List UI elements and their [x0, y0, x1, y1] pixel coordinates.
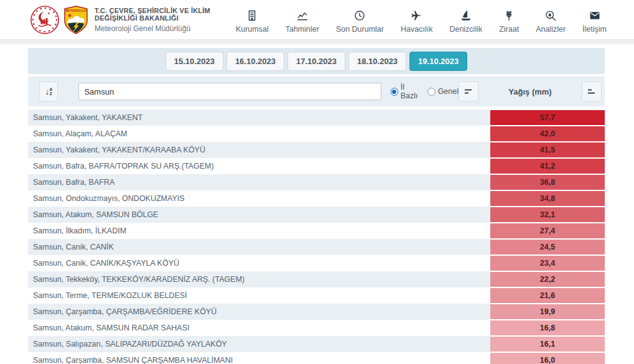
- station-name-cell: Samsun, Bafra, BAFRA: [28, 174, 490, 190]
- nav-item-analizler[interactable]: Analizler: [536, 9, 566, 34]
- precipitation-value: 16,8: [490, 320, 605, 335]
- date-tab-19.10.2023[interactable]: 19.10.2023: [409, 52, 467, 71]
- nav-item-label: Analizler: [536, 25, 566, 34]
- precipitation-value-cell: 42,0: [490, 126, 605, 142]
- agency-subtitle: Meteoroloji Genel Müdürlüğü: [95, 24, 236, 33]
- precipitation-value-cell: 27,4: [490, 223, 605, 239]
- precipitation-value: 21,6: [490, 288, 605, 303]
- precipitation-value-cell: 23,4: [490, 255, 605, 271]
- station-name-cell: Samsun, Ondokuzmayıs, ONDOKUZMAYIS: [28, 190, 490, 207]
- nav-item-havacılık[interactable]: Havacılık: [401, 9, 432, 34]
- station-name-cell: Samsun, Bafra, BAFRA/TOPRAK SU ARŞ.(TAGE…: [28, 158, 490, 174]
- radio-unselected-icon: [427, 88, 436, 96]
- table-row: Samsun, Ondokuzmayıs, ONDOKUZMAYIS34,8: [28, 190, 605, 207]
- station-name-cell: Samsun, İlkadım, İLKADIM: [28, 223, 490, 239]
- precipitation-value-cell: 16,0: [490, 352, 605, 364]
- filter-bar: ↓ AZ İl BazlıGenel Yağış (mm): [28, 77, 605, 106]
- precipitation-value: 41,2: [490, 159, 605, 174]
- precipitation-value-cell: 24,5: [490, 239, 605, 255]
- wheat-icon: [503, 9, 515, 22]
- value-column-header: Yağış (mm): [496, 87, 564, 96]
- table-row: Samsun, Çarşamba, SAMSUN ÇARŞAMBA HAVALİ…: [28, 352, 605, 364]
- sort-amount-asc-icon: [586, 86, 597, 97]
- nav-item-label: Havacılık: [401, 25, 432, 34]
- precipitation-value-cell: 19,9: [490, 304, 605, 320]
- sort-amount-asc-button[interactable]: [582, 82, 602, 101]
- radio-label: Genel: [438, 87, 459, 96]
- table-row: Samsun, Bafra, BAFRA36,8: [28, 174, 605, 190]
- precipitation-value: 24,5: [490, 240, 605, 254]
- precipitation-value: 32,1: [490, 207, 605, 222]
- radio-i̇l-bazlı[interactable]: İl Bazlı: [391, 83, 421, 100]
- precipitation-value: 23,4: [490, 256, 605, 271]
- sort-alpha-button[interactable]: ↓ AZ: [39, 82, 58, 101]
- precipitation-value: 36,8: [490, 175, 605, 190]
- precipitation-table: Samsun, Yakakent, YAKAKENT57,7Samsun, Al…: [28, 110, 605, 364]
- table-row: Samsun, Atakum, SAMSUN RADAR SAHASI16,8: [28, 320, 605, 336]
- radio-selected-icon: [391, 88, 398, 96]
- precipitation-value-cell: 22,2: [490, 271, 605, 287]
- nav-item-denizcilik[interactable]: Denizcilik: [449, 9, 482, 34]
- station-name-cell: Samsun, Tekkeköy, TEKKEKÖY/KARADENİZ ARŞ…: [28, 271, 490, 287]
- nav-item-kurumsal[interactable]: Kurumsal: [236, 9, 269, 34]
- plane-icon: [411, 9, 423, 22]
- table-row: Samsun, Canik, CANİK/KAŞYAYLA KÖYÜ23,4: [28, 255, 605, 271]
- table-row: Samsun, İlkadım, İLKADIM27,4: [28, 223, 605, 239]
- station-name-cell: Samsun, Çarşamba, SAMSUN ÇARŞAMBA HAVALİ…: [28, 352, 490, 364]
- value-column-header-cluster: Yağış (mm): [459, 82, 602, 101]
- envelope-icon: [589, 9, 601, 22]
- station-name-cell: Samsun, Çarşamba, ÇARŞAMBA/EĞRİDERE KÖYÜ: [28, 304, 490, 320]
- nav-item-tahminler[interactable]: Tahminler: [286, 9, 319, 34]
- sort-amount-desc-button[interactable]: [459, 82, 478, 101]
- nav-item-label: Son Durumlar: [336, 25, 384, 34]
- sort-alpha-icon: ↓: [45, 86, 49, 96]
- scope-radio-group: İl BazlıGenel: [391, 83, 459, 100]
- date-tab-15.10.2023[interactable]: 15.10.2023: [165, 52, 223, 71]
- precipitation-value-cell: 57,7: [490, 110, 605, 126]
- table-row: Samsun, Salıpazarı, SALIPAZARI/DÜZDAĞ YA…: [28, 336, 605, 352]
- station-search-input[interactable]: [78, 83, 381, 100]
- precipitation-value: 42,0: [490, 126, 605, 141]
- sail-icon: [460, 9, 472, 22]
- nav-item-label: Denizcilik: [449, 25, 482, 34]
- table-row: Samsun, Yakakent, YAKAKENT57,7: [28, 110, 605, 126]
- date-tab-18.10.2023[interactable]: 18.10.2023: [348, 52, 406, 71]
- nav-item-label: Kurumsal: [236, 25, 269, 34]
- precipitation-value-cell: 32,1: [490, 207, 605, 223]
- nav-item-son-durumlar[interactable]: Son Durumlar: [336, 9, 384, 34]
- station-name-cell: Samsun, Canik, CANİK/KAŞYAYLA KÖYÜ: [28, 255, 490, 271]
- meteoroloji-shield-logo[interactable]: METEOROLOJİ: [63, 6, 88, 34]
- clock-icon: [353, 9, 366, 22]
- table-row: Samsun, Yakakent, YAKAKENT/KARAABA KÖYÜ4…: [28, 142, 605, 158]
- date-tab-17.10.2023[interactable]: 17.10.2023: [287, 52, 345, 71]
- precipitation-value: 27,4: [490, 223, 605, 238]
- line-chart-icon: [296, 9, 309, 22]
- precipitation-value: 34,8: [490, 191, 605, 206]
- nav-item-ziraat[interactable]: Ziraat: [499, 9, 519, 34]
- station-name-cell: Samsun, Yakakent, YAKAKENT: [28, 110, 490, 126]
- date-tab-16.10.2023[interactable]: 16.10.2023: [226, 52, 284, 71]
- precipitation-value: 22,2: [490, 272, 605, 287]
- precipitation-value: 19,9: [490, 304, 605, 319]
- table-row: Samsun, Canik, CANİK24,5: [28, 239, 605, 255]
- precipitation-value-cell: 16,8: [490, 320, 605, 336]
- precipitation-value: 41,5: [490, 142, 605, 157]
- nav-item-label: Tahminler: [286, 25, 319, 34]
- content-panel: 15.10.202316.10.202317.10.202318.10.2023…: [28, 48, 605, 364]
- precipitation-value-cell: 41,5: [490, 142, 605, 158]
- header-divider-band: [0, 39, 634, 44]
- precipitation-value: 16,1: [490, 337, 605, 352]
- precipitation-value-cell: 16,1: [490, 336, 605, 352]
- table-row: Samsun, Bafra, BAFRA/TOPRAK SU ARŞ.(TAGE…: [28, 158, 605, 174]
- station-name-cell: Samsun, Atakum, SAMSUN RADAR SAHASI: [28, 320, 490, 336]
- precipitation-value-cell: 36,8: [490, 174, 605, 190]
- logo-group[interactable]: METEOROLOJİ: [30, 5, 88, 35]
- nav-item-i̇letişim[interactable]: İletişim: [582, 9, 607, 34]
- main-nav: KurumsalTahminlerSon DurumlarHavacılıkDe…: [236, 6, 634, 34]
- svg-text:METEOROLOJİ: METEOROLOJİ: [65, 9, 86, 12]
- radio-genel[interactable]: Genel: [427, 87, 459, 96]
- ministry-emblem-logo[interactable]: [30, 5, 60, 35]
- date-tabs: 15.10.202316.10.202317.10.202318.10.2023…: [28, 48, 605, 74]
- nav-item-label: İletişim: [582, 25, 607, 34]
- magnifier-drop-icon: [544, 9, 557, 22]
